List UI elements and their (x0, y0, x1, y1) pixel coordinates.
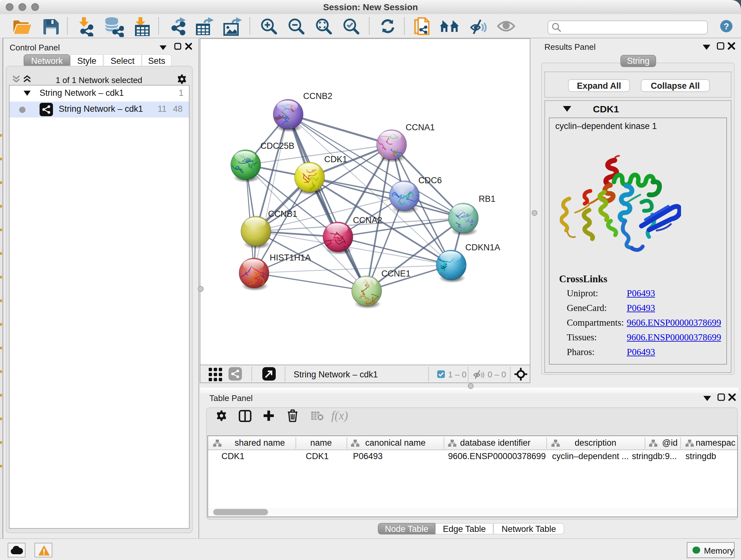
svg-text:CCNB1: CCNB1 (268, 209, 297, 219)
svg-text:RB1: RB1 (479, 194, 495, 204)
svg-text:CCNA2: CCNA2 (353, 215, 382, 225)
svg-text:CCNE1: CCNE1 (381, 269, 411, 278)
svg-text:CCNA1: CCNA1 (406, 123, 435, 132)
svg-text:CDKN1A: CDKN1A (465, 243, 500, 252)
svg-text:HIST1H1A: HIST1H1A (270, 253, 311, 262)
svg-text:?: ? (724, 21, 729, 31)
svg-text:CDK1: CDK1 (324, 154, 347, 164)
svg-text:CDC6: CDC6 (418, 176, 442, 185)
svg-text:CDC25B: CDC25B (260, 141, 294, 151)
svg-text:CCNB2: CCNB2 (303, 91, 333, 101)
